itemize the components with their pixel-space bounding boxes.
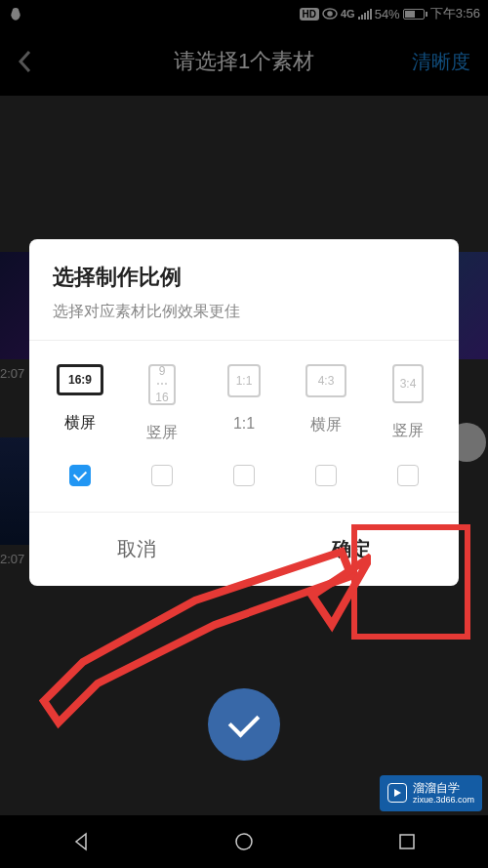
nav-back-icon[interactable] xyxy=(70,831,92,852)
modal-actions: 取消 确定 xyxy=(29,512,459,586)
ratio-checkbox[interactable] xyxy=(69,465,91,486)
ratio-modal: 选择制作比例 选择对应素材比例效果更佳 16:9 横屏 9⋯16 竖屏 1:1 … xyxy=(29,239,459,586)
ratio-option-9-16[interactable]: 9⋯16 竖屏 xyxy=(121,364,203,443)
svg-marker-11 xyxy=(394,789,401,797)
system-nav xyxy=(0,815,488,868)
checkbox-row xyxy=(29,443,459,512)
ratio-label: 竖屏 xyxy=(392,421,424,441)
watermark-title: 溜溜自学 xyxy=(413,781,474,795)
cancel-button[interactable]: 取消 xyxy=(29,513,244,586)
ratio-checkbox[interactable] xyxy=(233,465,255,486)
check-icon xyxy=(228,706,261,738)
confirm-fab[interactable] xyxy=(208,688,280,761)
ratio-option-4-3[interactable]: 4:3 横屏 xyxy=(285,364,367,443)
ratio-box: 1:1 xyxy=(227,364,261,397)
ratio-label: 1:1 xyxy=(233,415,255,433)
nav-home-icon[interactable] xyxy=(233,831,255,852)
play-icon xyxy=(387,783,407,803)
modal-title: 选择制作比例 xyxy=(53,263,435,292)
ratio-box: 9⋯16 xyxy=(148,364,176,405)
ratio-label: 横屏 xyxy=(64,413,96,434)
ratio-label: 竖屏 xyxy=(146,423,178,443)
ratio-box: 3:4 xyxy=(392,364,424,403)
svg-marker-12 xyxy=(76,834,86,849)
ratio-option-1-1[interactable]: 1:1 1:1 xyxy=(203,364,285,443)
svg-rect-14 xyxy=(400,835,414,848)
watermark-url: zixue.3d66.com xyxy=(413,795,474,806)
ratio-checkbox[interactable] xyxy=(397,465,419,486)
ratio-option-16-9[interactable]: 16:9 横屏 xyxy=(39,364,121,443)
ratio-box: 4:3 xyxy=(305,364,346,397)
ratio-checkbox[interactable] xyxy=(151,465,173,486)
svg-point-13 xyxy=(236,834,252,849)
watermark: 溜溜自学 zixue.3d66.com xyxy=(380,775,482,811)
ratio-box: 16:9 xyxy=(57,364,103,395)
ratio-label: 横屏 xyxy=(310,415,342,435)
confirm-button[interactable]: 确定 xyxy=(244,513,459,586)
ratio-checkbox[interactable] xyxy=(315,465,337,486)
modal-subtitle: 选择对应素材比例效果更佳 xyxy=(53,302,435,322)
nav-recent-icon[interactable] xyxy=(396,831,418,852)
ratio-options: 16:9 横屏 9⋯16 竖屏 1:1 1:1 4:3 横屏 3:4 竖屏 xyxy=(29,341,459,443)
ratio-option-3-4[interactable]: 3:4 竖屏 xyxy=(367,364,449,443)
